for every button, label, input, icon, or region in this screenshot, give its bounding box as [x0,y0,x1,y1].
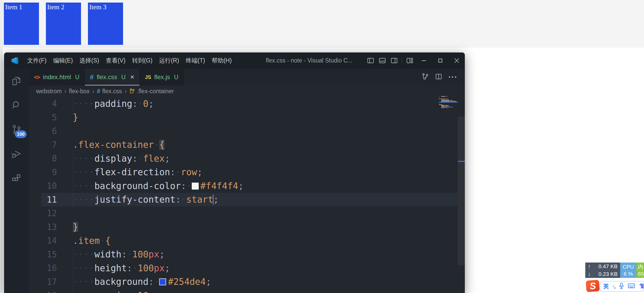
menu-item[interactable]: 转到(G) [129,53,156,69]
tab-flex.js[interactable]: JSflex.jsU [140,69,184,86]
flex-item-3: Item 3 [88,3,123,45]
breadcrumb-item[interactable]: webstrom [36,88,62,95]
token: ; [238,181,244,191]
code-line[interactable]: 18····margin:·10px; [29,289,458,293]
menu-item[interactable]: 编辑(E) [50,53,76,69]
extensions-icon[interactable] [4,166,29,190]
code-line[interactable]: 12 [29,206,458,220]
line-number: 15 [29,249,57,259]
code-line[interactable]: 10····background-color:·#f4f4f4; [29,179,458,193]
breadcrumb: webstrom›flex-box›#flex.css›.flex-contai… [29,86,465,97]
token: : [122,249,127,259]
line-number: 16 [29,263,57,273]
source-control-icon[interactable]: 100 [4,117,29,142]
ime-punctuation-toggle[interactable]: ·, [613,283,615,290]
tab-index.html[interactable]: <>index.htmlU [29,69,85,86]
open-changes-icon[interactable] [421,73,429,81]
token: · [138,153,143,164]
code-text: ····width:·100px; [73,249,165,259]
menu-item[interactable]: 选择(S) [76,53,103,69]
breadcrumb-item[interactable]: .flex-container [137,88,174,95]
minimap-line [441,96,445,97]
token: ···· [73,290,94,293]
menu-item[interactable]: 帮助(H) [208,53,235,69]
token: padding [94,99,132,109]
minimap-line [448,105,448,106]
minimap-line [446,99,449,100]
toggle-secondary-sidebar-icon[interactable] [388,53,400,69]
token: : [132,153,138,164]
toggle-panel-icon[interactable] [376,53,388,69]
mic-icon[interactable] [619,282,624,290]
token: ; [165,263,170,273]
search-icon[interactable] [4,93,29,117]
code-line[interactable]: 5} [29,111,458,124]
breadcrumb-item[interactable]: flex-box [69,88,90,95]
code-line[interactable]: 17····background:·#254de4; [29,275,458,289]
net-speed-widget: ↑ 0.47 KB ↓ 0.23 KB [585,263,620,278]
token: margin [94,290,127,293]
run-debug-icon[interactable] [4,142,29,166]
tab-close-icon[interactable]: × [130,74,134,81]
minimize-icon[interactable] [416,53,432,69]
more-actions-icon[interactable]: ··· [448,73,458,81]
code-text: .flex-container·{ [73,140,165,150]
code-line[interactable]: 9····flex-direction:·row; [29,165,458,179]
code-line[interactable]: 6 [29,124,458,138]
token: ; [165,153,170,164]
menu-item[interactable]: 运行(R) [156,53,183,69]
token: { [105,236,110,246]
html-file-icon: <> [34,74,40,80]
tab-label: index.html [43,74,71,81]
minimap-line [441,106,445,107]
customize-layout-icon[interactable] [404,53,416,69]
code-text: ····display:·flex; [73,153,170,164]
cpu-value: 6 % [623,270,633,277]
editor-scrollbar[interactable] [458,69,465,293]
code-line[interactable]: 13} [29,220,458,234]
window-title: flex.css - note - Visual Studio C... [260,57,358,64]
breadcrumb-item[interactable]: flex.css [102,88,122,95]
memory-label: 内 [638,263,644,270]
ime-language-toggle[interactable]: 英 [603,282,609,290]
source-control-badge: 100 [15,130,27,138]
code-line[interactable]: 8····display:·flex; [29,152,458,165]
line-number: 12 [29,208,57,218]
sogou-logo-icon[interactable]: S [586,280,600,292]
code-line[interactable]: 4····padding:·0; [29,97,458,111]
explorer-icon[interactable] [4,69,29,93]
tab-flex.css[interactable]: #flex.cssU× [85,69,140,86]
toggle-primary-sidebar-icon[interactable] [365,53,376,69]
minimap-line [439,99,447,99]
code-line[interactable]: 16····height:·100px; [29,261,458,275]
download-arrow-icon: ↓ [588,271,595,277]
code-text: ····background-color:·#f4f4f4; [73,181,244,191]
scrollbar-thumb[interactable] [458,117,465,265]
token: #254de4 [168,277,206,287]
token: .item [73,236,100,246]
tab-actions: ··· [421,69,458,86]
menu-item[interactable]: 查看(V) [103,53,129,69]
menu-item[interactable]: 文件(F) [24,53,50,69]
split-editor-icon[interactable] [435,73,442,81]
maximize-icon[interactable] [432,53,448,69]
token: ···· [73,99,94,109]
close-icon[interactable] [448,53,465,69]
code-line[interactable]: 14.item·{ [29,234,458,248]
skin-icon[interactable] [639,283,644,290]
css-file-icon: # [90,73,94,81]
color-swatch[interactable] [159,278,166,285]
menu-item[interactable]: 终端(T) [183,53,208,69]
token: ; [159,249,165,259]
token: row [181,167,197,177]
minimap[interactable] [439,96,458,124]
code-line[interactable]: 7.flex-container·{ [29,138,458,152]
code-line[interactable]: 15····width:·100px; [29,248,458,261]
minimap-line [448,99,449,100]
code-line[interactable]: 11····justify-content:·start; [29,193,458,207]
keyboard-icon[interactable] [628,283,635,290]
code-editor[interactable]: 4····padding:·0;5}67.flex-container·{8··… [29,97,458,293]
css-file-icon: # [97,88,100,95]
minimap-line [441,101,450,102]
color-swatch[interactable] [192,183,199,190]
